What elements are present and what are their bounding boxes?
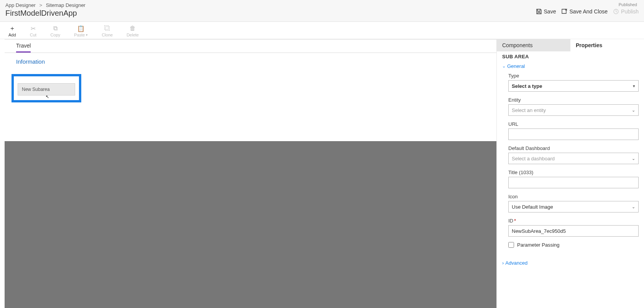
breadcrumb: App Designer > Sitemap Designer [5, 2, 85, 8]
breadcrumb-leaf: Sitemap Designer [46, 2, 85, 8]
save-close-button[interactable]: Save And Close [561, 8, 608, 15]
publish-icon [613, 8, 619, 15]
save-close-label: Save And Close [569, 8, 608, 15]
label-type: Type [508, 73, 639, 79]
field-dashboard: Default Dashboard Select a dashboard ⌄ [508, 145, 639, 164]
paste-button: 📋 Paste▾ [71, 24, 91, 38]
icon-select[interactable]: Use Default Image ⌄ [508, 201, 639, 212]
canvas-empty-area [5, 141, 496, 308]
status-label: Published [536, 2, 639, 7]
label-id: ID* [508, 218, 639, 224]
save-label: Save [544, 8, 556, 15]
id-input[interactable] [508, 225, 639, 237]
delete-label: Delete [127, 33, 139, 37]
clone-button: ⿻ Clone [99, 24, 116, 38]
header-right: Published Save Save And Close Publish [536, 2, 639, 15]
clone-label: Clone [102, 33, 113, 37]
field-title: Title (1033) [508, 170, 639, 188]
chevron-down-icon: ⌄ [502, 64, 506, 69]
tab-properties[interactable]: Properties [570, 39, 644, 51]
dashboard-select[interactable]: Select a dashboard ⌄ [508, 153, 639, 164]
field-url: URL [508, 121, 639, 140]
page-title: FirstModelDrivenApp [5, 9, 85, 18]
copy-button: ⧉ Copy [48, 24, 64, 38]
workspace: Travel Information New Subarea ↖ Compone… [0, 39, 644, 308]
icon-value: Use Default Image [512, 204, 553, 210]
general-form: Type Select a type ▾ Entity Select an en… [497, 73, 644, 259]
copy-icon: ⧉ [52, 25, 59, 32]
label-title: Title (1033) [508, 170, 639, 175]
header-left: App Designer > Sitemap Designer FirstMod… [5, 2, 85, 18]
section-advanced-label: Advanced [505, 260, 527, 266]
cut-button: ✂ Cut [27, 24, 40, 38]
dashboard-placeholder: Select a dashboard [512, 156, 555, 161]
tab-components[interactable]: Components [497, 39, 570, 51]
field-type: Type Select a type ▾ [508, 73, 639, 92]
entity-placeholder: Select an entity [512, 107, 546, 113]
section-general[interactable]: ⌄ General [497, 63, 644, 73]
canvas-column: Travel Information New Subarea ↖ [0, 39, 496, 308]
copy-label: Copy [51, 33, 61, 37]
toolbar: ＋ Add ✂ Cut ⧉ Copy 📋 Paste▾ ⿻ Clone 🗑 De… [0, 22, 644, 39]
cursor-icon: ↖ [46, 94, 49, 99]
chevron-down-icon: ⌄ [632, 204, 635, 209]
cut-label: Cut [30, 33, 36, 37]
field-icon: Icon Use Default Image ⌄ [508, 194, 639, 212]
add-button[interactable]: ＋ Add [5, 24, 19, 38]
field-id: ID* [508, 218, 639, 237]
type-select[interactable]: Select a type ▾ [508, 80, 639, 92]
chevron-down-icon: ⌄ [632, 108, 635, 113]
required-mark: * [514, 218, 516, 224]
panel-tabs: Components Properties [497, 39, 644, 51]
parameter-passing-label: Parameter Passing [517, 242, 560, 248]
save-close-icon [561, 8, 567, 15]
paste-label: Paste▾ [74, 33, 88, 37]
subarea-label: New Subarea [22, 87, 50, 92]
breadcrumb-root[interactable]: App Designer [5, 2, 36, 8]
plus-icon: ＋ [9, 25, 16, 32]
type-value: Select a type [512, 83, 542, 89]
properties-panel: Components Properties SUB AREA ⌄ General… [496, 39, 644, 308]
parameter-passing-checkbox[interactable] [508, 242, 514, 248]
breadcrumb-sep: > [39, 2, 42, 8]
subarea-new-subarea[interactable]: New Subarea ↖ [18, 83, 75, 96]
chevron-down-icon: ⌄ [632, 156, 635, 161]
chevron-down-icon: ▾ [633, 84, 635, 89]
group-information[interactable]: Information [16, 58, 485, 65]
label-icon: Icon [508, 194, 639, 199]
cut-icon: ✂ [30, 25, 37, 32]
section-advanced[interactable]: › Advanced [497, 259, 644, 267]
chevron-right-icon: › [502, 260, 504, 266]
label-url: URL [508, 121, 639, 127]
canvas-body[interactable]: Information New Subarea ↖ [5, 53, 496, 141]
save-button[interactable]: Save [536, 8, 556, 15]
url-input[interactable] [508, 128, 639, 140]
entity-select[interactable]: Select an entity ⌄ [508, 104, 639, 116]
header-bar: App Designer > Sitemap Designer FirstMod… [0, 0, 644, 22]
delete-button: 🗑 Delete [123, 24, 142, 38]
delete-icon: 🗑 [129, 25, 136, 32]
save-icon [536, 8, 542, 15]
publish-label: Publish [621, 8, 639, 15]
title-input[interactable] [508, 177, 639, 188]
paste-icon: 📋 [77, 25, 84, 32]
field-parameter-passing: Parameter Passing [508, 242, 639, 248]
header-actions: Save Save And Close Publish [536, 8, 639, 15]
publish-button: Publish [613, 8, 639, 15]
label-entity: Entity [508, 97, 639, 103]
field-entity: Entity Select an entity ⌄ [508, 97, 639, 116]
panel-title: SUB AREA [497, 51, 644, 63]
section-general-label: General [507, 63, 525, 69]
subarea-selection: New Subarea ↖ [12, 74, 81, 102]
area-tab-travel[interactable]: Travel [16, 40, 31, 53]
add-label: Add [8, 33, 16, 37]
clone-icon: ⿻ [104, 25, 111, 32]
chevron-down-icon: ▾ [86, 33, 88, 37]
area-header: Travel [5, 39, 496, 53]
label-dashboard: Default Dashboard [508, 145, 639, 151]
